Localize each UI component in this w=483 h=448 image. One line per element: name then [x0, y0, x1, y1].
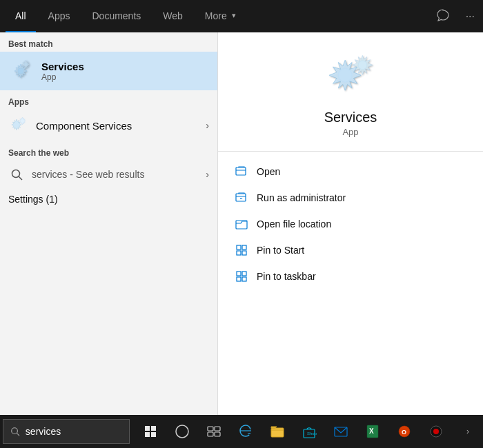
pin-start-icon — [235, 243, 248, 257]
component-services-item[interactable]: Component Services › — [0, 110, 217, 141]
best-match-text: Services App — [41, 61, 84, 82]
taskbar-search[interactable] — [3, 419, 130, 444]
action-list: Open Run as administrator Open file loca… — [218, 152, 483, 296]
run-admin-icon — [235, 191, 248, 205]
open-location-icon — [235, 217, 248, 231]
nav-actions: ··· — [434, 6, 477, 27]
svg-line-22 — [17, 434, 19, 436]
settings-label: Settings (1) — [8, 194, 58, 205]
web-chevron-icon: › — [206, 169, 209, 180]
action-open-location-label: Open file location — [257, 218, 331, 230]
action-pin-taskbar[interactable]: Pin to taskbar — [218, 263, 483, 289]
action-open-location[interactable]: Open file location — [218, 211, 483, 237]
taskbar-search-input[interactable] — [26, 426, 122, 437]
apps-section-label: Apps — [0, 90, 217, 110]
action-open[interactable]: Open — [218, 159, 483, 185]
svg-rect-13 — [237, 245, 241, 250]
best-match-item[interactable]: Services App — [0, 52, 217, 90]
action-run-admin[interactable]: Run as administrator — [218, 185, 483, 211]
settings-item[interactable]: Settings (1) — [0, 188, 217, 210]
action-pin-taskbar-label: Pin to taskbar — [257, 271, 316, 282]
svg-text:O: O — [402, 429, 406, 436]
svg-line-5 — [19, 176, 22, 180]
svg-point-4 — [12, 170, 20, 178]
web-query: services — [32, 169, 67, 180]
best-match-name: Services — [41, 61, 84, 72]
svg-point-41 — [433, 429, 439, 434]
svg-rect-19 — [237, 277, 241, 281]
svg-rect-24 — [151, 426, 156, 431]
search-icon — [8, 166, 25, 183]
overflow-icon[interactable]: › — [453, 415, 483, 448]
edge-icon[interactable] — [230, 415, 261, 448]
open-icon — [235, 165, 248, 179]
component-services-icon — [8, 115, 29, 136]
web-see-results: - See web results — [67, 169, 144, 180]
tab-documents[interactable]: Documents — [82, 0, 150, 32]
svg-rect-25 — [145, 432, 150, 437]
svg-text:X: X — [369, 427, 374, 435]
component-services-name: Component Services — [36, 120, 206, 132]
taskbar-icons: Shop X O › — [135, 415, 483, 448]
tab-more[interactable]: More ▾ — [195, 0, 246, 32]
more-options-icon[interactable]: ··· — [463, 8, 477, 26]
right-panel: Services App Open Run as administrator — [217, 32, 483, 415]
right-header: Services App — [218, 32, 483, 152]
best-match-sub: App — [41, 72, 84, 82]
action-pin-start-label: Pin to Start — [257, 245, 304, 256]
feedback-icon[interactable] — [434, 6, 452, 27]
svg-rect-20 — [242, 277, 246, 281]
tab-apps[interactable]: Apps — [39, 0, 80, 32]
services-large-icon — [326, 53, 375, 103]
dark-circle-icon[interactable] — [421, 415, 451, 448]
svg-rect-17 — [237, 272, 241, 276]
chevron-down-icon: ▾ — [232, 11, 236, 20]
svg-rect-28 — [208, 427, 213, 431]
top-nav: All Apps Documents Web More ▾ ··· — [0, 0, 483, 32]
svg-rect-23 — [145, 426, 150, 431]
svg-point-27 — [176, 425, 188, 438]
svg-rect-14 — [242, 245, 246, 250]
svg-point-21 — [12, 428, 18, 434]
best-match-label: Best match — [0, 32, 217, 52]
component-services-chevron: › — [206, 120, 209, 131]
svg-text:Shop: Shop — [307, 431, 317, 436]
action-run-admin-label: Run as administrator — [257, 192, 346, 203]
file-explorer-icon[interactable] — [262, 415, 293, 448]
svg-rect-18 — [242, 272, 246, 276]
svg-rect-16 — [242, 251, 246, 255]
pin-taskbar-icon — [235, 269, 248, 283]
main-area: Best match Services App — [0, 32, 483, 415]
excel-icon[interactable]: X — [357, 415, 388, 448]
svg-rect-29 — [215, 427, 220, 431]
svg-rect-31 — [215, 432, 220, 436]
svg-rect-32 — [271, 428, 284, 437]
right-subtitle: App — [342, 127, 358, 137]
cortana-button[interactable] — [167, 415, 197, 448]
office-icon[interactable]: O — [389, 415, 420, 448]
tab-more-label: More — [205, 10, 227, 21]
tab-all[interactable]: All — [6, 0, 36, 32]
tab-web[interactable]: Web — [153, 0, 193, 32]
web-query-text: services - See web results — [32, 169, 144, 180]
right-title: Services — [324, 110, 377, 125]
start-button[interactable] — [135, 415, 166, 448]
svg-rect-26 — [151, 432, 156, 437]
svg-rect-30 — [208, 432, 213, 436]
svg-rect-15 — [237, 251, 241, 255]
svg-rect-10 — [236, 194, 246, 201]
services-icon — [8, 59, 33, 83]
svg-rect-8 — [236, 167, 246, 175]
action-open-label: Open — [257, 166, 280, 177]
store-icon[interactable]: Shop — [294, 415, 324, 448]
left-panel: Best match Services App — [0, 32, 217, 415]
action-pin-start[interactable]: Pin to Start — [218, 237, 483, 263]
mail-icon[interactable] — [326, 415, 356, 448]
taskbar: Shop X O › — [0, 415, 483, 448]
taskbar-search-icon — [10, 426, 20, 437]
web-search-item[interactable]: services - See web results › — [0, 161, 217, 188]
task-view-button[interactable] — [199, 415, 229, 448]
web-section-label: Search the web — [0, 141, 217, 161]
